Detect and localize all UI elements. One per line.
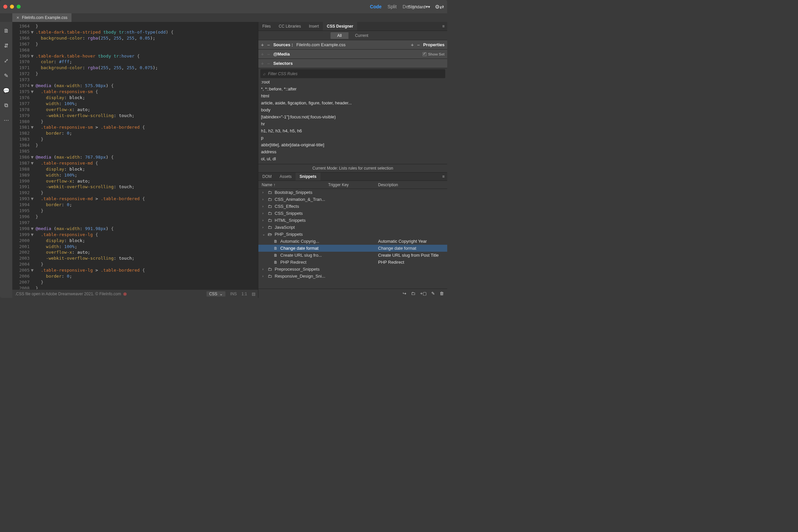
code-content[interactable]: }: [36, 41, 38, 47]
fold-icon[interactable]: [31, 113, 36, 119]
tab-dom[interactable]: DOM: [258, 173, 276, 180]
code-content[interactable]: }: [36, 136, 43, 142]
code-content[interactable]: width: 100%;: [36, 101, 77, 107]
disclosure-icon[interactable]: ›: [262, 274, 265, 278]
add-selector-icon[interactable]: +: [261, 61, 264, 66]
disclosure-icon[interactable]: ›: [262, 191, 265, 194]
fold-icon[interactable]: [31, 190, 36, 196]
insert-snippet-icon[interactable]: ↪: [403, 291, 406, 296]
code-content[interactable]: overflow-x: auto;: [36, 178, 90, 184]
code-content[interactable]: display: block;: [36, 95, 85, 101]
add-source-icon[interactable]: +: [261, 42, 264, 48]
snippet-file[interactable]: 🗎Change date formatChange date format: [258, 245, 447, 252]
selector-item[interactable]: p: [261, 135, 444, 140]
fold-icon[interactable]: [31, 107, 36, 113]
code-content[interactable]: }: [36, 142, 38, 148]
fold-icon[interactable]: ▼: [31, 160, 36, 166]
code-content[interactable]: border: 0;: [36, 130, 72, 136]
code-content[interactable]: background-color: rgba(255, 255, 255, 0.…: [36, 35, 155, 41]
code-content[interactable]: background-color: rgba(255, 255, 255, 0.…: [36, 65, 158, 71]
add-property-icon[interactable]: +: [411, 42, 414, 48]
snippet-folder[interactable]: ›🗀Bootstrap_Snippets: [258, 189, 447, 196]
fold-icon[interactable]: [31, 95, 36, 101]
file-tab[interactable]: ✕ FileInfo.com Example.css: [12, 13, 72, 22]
fold-icon[interactable]: ▼: [31, 89, 36, 95]
code-content[interactable]: .table-responsive-md > .table-bordered {: [36, 196, 145, 202]
close-tab-icon[interactable]: ✕: [16, 16, 19, 20]
selector-item[interactable]: h1, h2, h3, h4, h5, h6: [261, 128, 444, 133]
code-content[interactable]: display: block;: [36, 238, 85, 244]
snippet-folder[interactable]: ›🗀CSS_Snippets: [258, 210, 447, 217]
fold-icon[interactable]: [31, 178, 36, 184]
fold-icon[interactable]: ▼: [31, 232, 36, 238]
code-content[interactable]: border: 0;: [36, 202, 72, 208]
disclosure-icon[interactable]: ›: [262, 218, 265, 222]
code-content[interactable]: @media (max-width: 767.98px) {: [36, 154, 114, 160]
fold-icon[interactable]: ▼: [31, 226, 36, 232]
snippet-icon[interactable]: ⧉: [4, 102, 8, 108]
fold-icon[interactable]: [31, 59, 36, 65]
more-icon[interactable]: ⋯: [4, 117, 9, 124]
error-icon[interactable]: ⊗: [123, 291, 127, 297]
code-content[interactable]: }: [36, 190, 43, 196]
tab-design[interactable]: Design: [403, 4, 417, 9]
fold-icon[interactable]: [31, 101, 36, 107]
comment-icon[interactable]: 💬: [3, 88, 10, 94]
selector-item[interactable]: abbr[title], abbr[data-original-title]: [261, 142, 444, 147]
close-icon[interactable]: [3, 5, 7, 8]
fold-icon[interactable]: ▼: [31, 154, 36, 160]
fold-icon[interactable]: ▼: [31, 125, 36, 130]
delete-snippet-icon[interactable]: 🗑: [440, 291, 444, 296]
code-content[interactable]: .table-responsive-sm {: [36, 89, 98, 95]
fold-icon[interactable]: [31, 285, 36, 289]
tab-cc-libraries[interactable]: CC Libraries: [274, 22, 305, 31]
tab-split[interactable]: Split: [388, 4, 397, 9]
snippet-file[interactable]: 🗎Automatic Copyrig...Automatic Copyright…: [258, 238, 447, 245]
code-content[interactable]: overflow-x: auto;: [36, 249, 90, 255]
tab-files[interactable]: Files: [258, 22, 274, 31]
code-content[interactable]: @media (max-width: 991.98px) {: [36, 226, 114, 232]
fold-icon[interactable]: [31, 130, 36, 136]
fold-icon[interactable]: [31, 220, 36, 226]
remove-media-icon[interactable]: −: [267, 52, 270, 57]
fold-icon[interactable]: ▼: [31, 267, 36, 273]
code-content[interactable]: .table-responsive-lg > .table-bordered {: [36, 267, 145, 273]
selector-item[interactable]: hr: [261, 121, 444, 126]
bottom-panel-menu-icon[interactable]: ≡: [440, 173, 447, 180]
disclosure-icon[interactable]: ›: [262, 197, 265, 201]
fold-icon[interactable]: [31, 148, 36, 154]
tab-snippets[interactable]: Snippets: [296, 173, 321, 180]
code-content[interactable]: .table-responsive-sm > .table-bordered {: [36, 125, 145, 130]
snippet-folder[interactable]: ⌄🗁PHP_Snippets: [258, 231, 447, 238]
fold-icon[interactable]: [31, 23, 36, 29]
fold-icon[interactable]: [31, 71, 36, 77]
language-selector[interactable]: CSS ⌄: [207, 291, 225, 297]
fold-icon[interactable]: [31, 184, 36, 190]
file-manage-icon[interactable]: ⇵: [4, 42, 8, 49]
remove-property-icon[interactable]: −: [417, 42, 420, 48]
selector-item[interactable]: [tabindex="-1"]:focus:not(:focus-visible…: [261, 114, 444, 119]
selector-item[interactable]: article, aside, figcaption, figure, foot…: [261, 100, 444, 106]
file-icon[interactable]: 🗎: [4, 28, 9, 34]
fold-icon[interactable]: [31, 261, 36, 267]
fold-icon[interactable]: ▼: [31, 29, 36, 35]
fold-icon[interactable]: [31, 214, 36, 220]
snippet-folder[interactable]: ›🗀CSS_Effects: [258, 203, 447, 210]
code-content[interactable]: color: #fff;: [36, 59, 72, 65]
fold-icon[interactable]: [31, 47, 36, 53]
tab-css-designer[interactable]: CSS Designer: [323, 22, 357, 31]
code-editor[interactable]: 1964}1965▼.table-dark.table-striped tbod…: [12, 22, 258, 298]
code-content[interactable]: -webkit-overflow-scrolling: touch;: [36, 113, 134, 119]
chevron-down-icon[interactable]: ▾: [425, 4, 428, 9]
code-content[interactable]: display: block;: [36, 166, 85, 172]
disclosure-icon[interactable]: ›: [262, 205, 265, 208]
fold-icon[interactable]: [31, 238, 36, 244]
code-content[interactable]: }: [36, 23, 38, 29]
code-content[interactable]: .table-dark.table-striped tbody tr:nth-o…: [36, 29, 174, 35]
code-content[interactable]: border: 0;: [36, 273, 72, 279]
preview-icon[interactable]: ▤: [252, 291, 255, 296]
code-content[interactable]: }: [36, 214, 38, 220]
fold-icon[interactable]: [31, 77, 36, 83]
tab-code[interactable]: Code: [370, 4, 382, 9]
fold-icon[interactable]: [31, 172, 36, 178]
